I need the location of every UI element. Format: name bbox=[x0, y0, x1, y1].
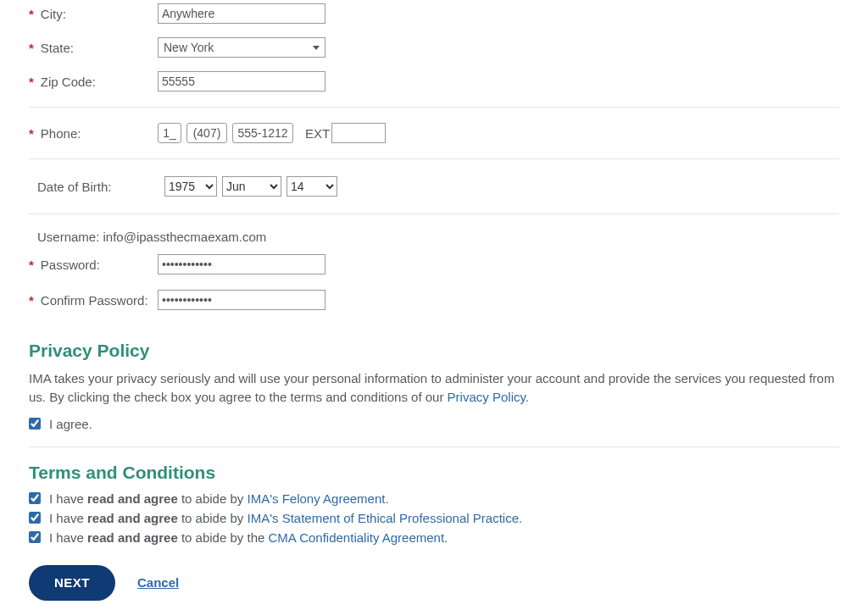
phone-label: Phone: bbox=[41, 126, 81, 141]
username-value: info@ipassthecmaexam.com bbox=[103, 230, 267, 244]
zip-input[interactable] bbox=[158, 71, 326, 92]
required-icon: * bbox=[29, 126, 34, 141]
password-input[interactable] bbox=[158, 254, 326, 274]
phone-country-input[interactable] bbox=[158, 123, 181, 143]
next-button[interactable]: NEXT bbox=[29, 565, 115, 601]
privacy-agree-checkbox[interactable] bbox=[29, 418, 41, 430]
phone-number-input[interactable] bbox=[232, 123, 293, 143]
terms-felony-text: I have read and agree to abide by IMA's … bbox=[49, 491, 389, 506]
required-icon: * bbox=[29, 293, 34, 308]
ethics-statement-link[interactable]: IMA's Statement of Ethical Professional … bbox=[247, 511, 519, 525]
username-label: Username: bbox=[37, 230, 99, 244]
terms-felony-checkbox[interactable] bbox=[29, 492, 41, 504]
required-icon: * bbox=[29, 41, 34, 55]
cma-confidentiality-link[interactable]: CMA Confidentiality Agreement bbox=[269, 530, 445, 545]
confirm-password-label: Confirm Password: bbox=[41, 293, 148, 308]
state-label: State: bbox=[41, 41, 74, 55]
dob-month-select[interactable]: Jun bbox=[222, 176, 281, 197]
password-label: Password: bbox=[41, 258, 100, 272]
required-icon: * bbox=[29, 7, 34, 21]
cancel-link[interactable]: Cancel bbox=[137, 575, 179, 590]
dob-year-select[interactable]: 1975 bbox=[164, 176, 217, 197]
dob-day-select[interactable]: 14 bbox=[287, 176, 337, 197]
required-icon: * bbox=[29, 75, 34, 89]
phone-area-input[interactable] bbox=[186, 123, 227, 143]
privacy-agree-label: I agree. bbox=[49, 417, 92, 431]
confirm-password-input[interactable] bbox=[158, 290, 326, 310]
terms-heading: Terms and Conditions bbox=[29, 463, 839, 483]
dob-label: Date of Birth: bbox=[37, 180, 112, 194]
phone-ext-input[interactable] bbox=[331, 123, 386, 143]
privacy-heading: Privacy Policy bbox=[29, 341, 839, 361]
required-icon: * bbox=[29, 258, 34, 272]
state-select[interactable]: New York bbox=[158, 37, 326, 58]
city-input[interactable] bbox=[158, 3, 326, 24]
state-value: New York bbox=[164, 41, 214, 54]
zip-label: Zip Code: bbox=[41, 75, 96, 89]
terms-ethics-text: I have read and agree to abide by IMA's … bbox=[49, 511, 522, 525]
felony-agreement-link[interactable]: IMA's Felony Agreement bbox=[247, 491, 385, 506]
terms-ethics-checkbox[interactable] bbox=[29, 512, 41, 524]
phone-ext-label: EXT bbox=[305, 126, 330, 141]
privacy-text: IMA takes your privacy seriously and wil… bbox=[29, 369, 839, 407]
chevron-down-icon bbox=[313, 46, 320, 50]
terms-cma-text: I have read and agree to abide by the CM… bbox=[49, 530, 448, 545]
terms-cma-checkbox[interactable] bbox=[29, 531, 41, 543]
city-label: City: bbox=[41, 7, 66, 21]
privacy-policy-link[interactable]: Privacy Policy bbox=[448, 390, 526, 404]
